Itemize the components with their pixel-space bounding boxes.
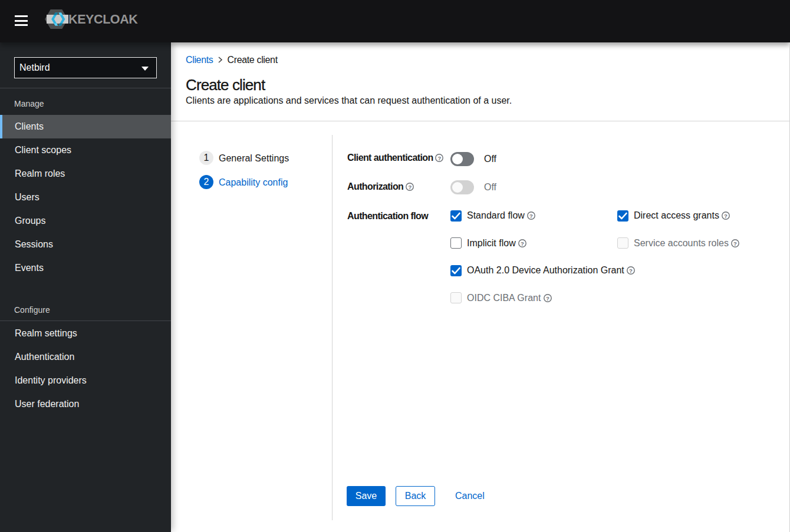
svg-text:?: ? <box>629 267 633 274</box>
svg-text:?: ? <box>438 155 442 161</box>
svg-text:?: ? <box>529 213 533 219</box>
svg-text:?: ? <box>409 184 412 190</box>
svg-text:?: ? <box>521 240 524 246</box>
svg-text:?: ? <box>724 213 728 219</box>
svg-text:?: ? <box>546 295 549 301</box>
svg-text:?: ? <box>734 240 738 246</box>
svg-text:KEYCLOAK: KEYCLOAK <box>68 12 138 27</box>
